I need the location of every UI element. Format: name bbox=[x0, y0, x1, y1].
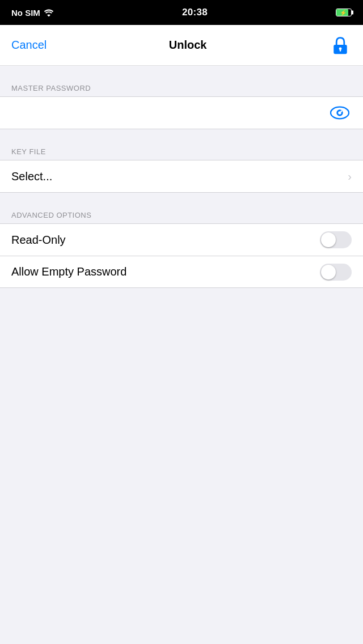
wifi-icon bbox=[44, 9, 54, 16]
read-only-label: Read-Only bbox=[11, 234, 66, 247]
chevron-right-icon: › bbox=[348, 170, 352, 183]
advanced-options-label: ADVANCED OPTIONS bbox=[11, 211, 91, 219]
key-file-label: KEY FILE bbox=[11, 147, 46, 156]
page-background bbox=[0, 288, 363, 643]
section-gap-2 bbox=[0, 129, 363, 141]
key-file-select-label: Select... bbox=[11, 170, 52, 183]
battery-icon: ⚡ bbox=[336, 9, 352, 16]
advanced-options-section-header: ADVANCED OPTIONS bbox=[0, 204, 363, 223]
key-file-section-body: Select... › bbox=[0, 160, 363, 193]
status-carrier-wifi: No SIM bbox=[11, 8, 54, 18]
master-password-section-header: MASTER PASSWORD bbox=[0, 77, 363, 96]
cancel-button[interactable]: Cancel bbox=[11, 34, 47, 56]
page-title: Unlock bbox=[169, 39, 207, 52]
allow-empty-password-label: Allow Empty Password bbox=[11, 265, 126, 278]
read-only-toggle[interactable] bbox=[320, 231, 352, 248]
status-battery: ⚡ bbox=[336, 9, 352, 16]
section-gap-1 bbox=[0, 66, 363, 77]
allow-empty-password-row: Allow Empty Password bbox=[0, 256, 363, 287]
advanced-options-section-body: Read-Only Allow Empty Password bbox=[0, 223, 363, 288]
unlock-icon bbox=[329, 34, 352, 57]
section-gap-3 bbox=[0, 193, 363, 204]
eye-icon bbox=[330, 103, 349, 122]
key-file-section-header: KEY FILE bbox=[0, 141, 363, 160]
svg-point-6 bbox=[340, 111, 342, 112]
master-password-label: MASTER PASSWORD bbox=[11, 84, 91, 92]
nav-bar: Cancel Unlock bbox=[0, 25, 363, 66]
password-row bbox=[0, 97, 363, 129]
read-only-row: Read-Only bbox=[0, 224, 363, 256]
carrier-label: No SIM bbox=[11, 8, 40, 18]
status-time: 20:38 bbox=[182, 7, 208, 18]
status-bar: No SIM 20:38 ⚡ bbox=[0, 0, 363, 25]
toggle-password-visibility-button[interactable] bbox=[328, 101, 352, 125]
master-password-section-body bbox=[0, 96, 363, 129]
allow-empty-password-toggle[interactable] bbox=[320, 264, 352, 281]
svg-rect-2 bbox=[340, 49, 341, 51]
key-file-select-row[interactable]: Select... › bbox=[0, 160, 363, 192]
password-input[interactable] bbox=[11, 97, 328, 129]
